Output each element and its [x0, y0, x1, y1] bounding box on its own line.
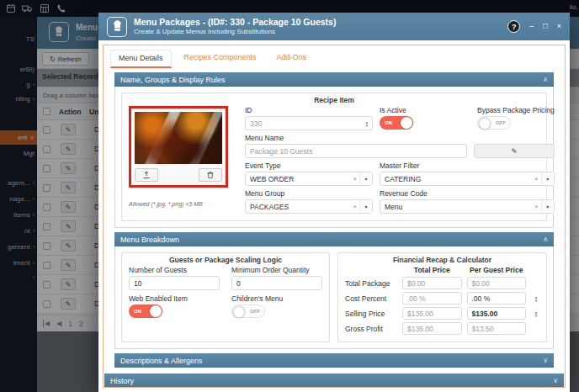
- menu-item-photo: [135, 112, 222, 164]
- spinner-down-icon[interactable]: ▾: [535, 314, 538, 317]
- minimum-order-quantity-label: Minimum Order Quantity: [231, 266, 322, 274]
- number-of-guests-label: Number of Guests: [129, 266, 220, 274]
- clear-icon[interactable]: ×: [532, 175, 541, 183]
- selling-price-total-field[interactable]: $135.00: [402, 307, 462, 320]
- toggle-state-label: ON: [134, 309, 141, 314]
- tab-content: Name, Groups & Display Rules ∧ Recipe It…: [104, 68, 565, 368]
- help-icon[interactable]: ?: [507, 20, 520, 33]
- per-guest-price-column-header: Per Guest Price: [467, 266, 527, 274]
- section-header-history[interactable]: History ∨: [104, 373, 564, 388]
- chevron-down-icon[interactable]: ∨: [543, 357, 548, 364]
- gross-profit-total-field[interactable]: $135.00: [402, 322, 462, 335]
- field-value: .00 %: [407, 294, 457, 303]
- section-title: Name, Groups & Display Rules: [120, 76, 226, 84]
- revenue-code-dropdown[interactable]: Menu × ▾: [380, 199, 555, 214]
- master-filter-dropdown[interactable]: CATERING × ▾: [380, 172, 555, 186]
- tab-recipes-components[interactable]: Recipes Components: [177, 50, 264, 68]
- field-value: $135.00: [407, 325, 457, 333]
- toggle-knob: [479, 118, 491, 130]
- chevron-up-icon[interactable]: ∧: [543, 236, 548, 243]
- dropdown-caret-icon[interactable]: ▾: [359, 200, 372, 213]
- master-filter-value: CATERING: [380, 175, 532, 183]
- childrens-menu-toggle[interactable]: OFF: [231, 305, 265, 318]
- field-value: $135.00: [407, 310, 457, 318]
- spinner-down-icon[interactable]: ▾: [535, 299, 538, 302]
- dropdown-caret-icon[interactable]: ▾: [541, 172, 554, 185]
- section-body-name-groups: Recipe Item: [114, 87, 554, 228]
- maximize-icon[interactable]: □: [543, 23, 547, 30]
- web-enabled-toggle[interactable]: ON: [129, 305, 162, 318]
- clear-icon[interactable]: ×: [350, 203, 359, 210]
- menu-name-field[interactable]: Package 10 Guests: [245, 144, 467, 158]
- minimize-icon[interactable]: –: [529, 23, 534, 30]
- section-title: Descriptions & Allergens: [120, 357, 203, 365]
- menu-group-label: Menu Group: [245, 189, 373, 198]
- modal-title: Menu Packages - (ID#: 330 - Package 10 G…: [134, 17, 336, 28]
- minimum-order-quantity-field[interactable]: 0: [231, 276, 322, 290]
- dropdown-caret-icon[interactable]: ▾: [359, 172, 372, 185]
- spinner-down-icon[interactable]: ▾: [365, 124, 368, 127]
- toggle-knob: [233, 306, 245, 318]
- field-value: $13.50: [472, 325, 522, 333]
- section-title: Menu Breakdown: [120, 236, 179, 244]
- number-of-guests-value: 10: [134, 279, 215, 288]
- recipe-item-panel: Recipe Item: [121, 93, 547, 221]
- scaling-logic-panel: Guests or Package Scaling Logic Number o…: [121, 252, 330, 342]
- total-package-total-field[interactable]: $0.00: [402, 277, 462, 289]
- total-package-per-guest-field[interactable]: $0.00: [467, 277, 527, 289]
- close-icon[interactable]: ×: [557, 23, 561, 30]
- toggle-knob: [401, 117, 412, 129]
- minimum-order-quantity-value: 0: [236, 279, 317, 288]
- bypass-package-pricing-label: Bypass Package Pricing: [477, 106, 555, 114]
- cost-percent-per-guest-field[interactable]: .00 %: [467, 292, 527, 305]
- selling-price-per-guest-field[interactable]: $135.00: [467, 307, 527, 320]
- dropdown-caret-icon[interactable]: ▾: [541, 200, 554, 213]
- is-active-toggle[interactable]: ON: [380, 116, 413, 130]
- chevron-down-icon[interactable]: ∨: [553, 377, 558, 384]
- section-body-menu-breakdown: Guests or Package Scaling Logic Number o…: [114, 246, 554, 349]
- id-value: 330: [250, 119, 364, 128]
- is-active-label: Is Active: [380, 106, 470, 114]
- gross-profit-per-guest-field[interactable]: $13.50: [467, 322, 527, 335]
- bypass-package-pricing-toggle[interactable]: OFF: [477, 116, 511, 130]
- revenue-code-label: Revenue Code: [380, 189, 555, 198]
- cost-percent-label: Cost Percent: [345, 294, 397, 303]
- menu-image-card-highlighted: [129, 106, 228, 188]
- pencil-icon: ✎: [511, 147, 518, 156]
- event-type-dropdown[interactable]: WEB ORDER × ▾: [245, 172, 373, 186]
- menu-group-dropdown[interactable]: PACKAGES × ▾: [245, 199, 373, 214]
- edit-name-button[interactable]: ✎: [474, 144, 554, 158]
- field-value: $135.00: [472, 310, 522, 318]
- id-field[interactable]: 330 ▴▾: [245, 116, 373, 130]
- menu-name-label: Menu Name: [245, 134, 467, 142]
- section-header-descriptions-allergens[interactable]: Descriptions & Allergens ∨: [114, 353, 554, 368]
- event-type-label: Event Type: [245, 162, 373, 170]
- menu-packages-modal: Menu Packages - (ID#: 330 - Package 10 G…: [98, 13, 570, 392]
- clear-icon[interactable]: ×: [532, 203, 541, 210]
- delete-image-button[interactable]: [199, 168, 222, 182]
- gross-profit-label: Gross Profit: [345, 325, 397, 333]
- menu-group-value: PACKAGES: [246, 203, 350, 211]
- field-value: .00 %: [472, 294, 522, 303]
- modal-subtitle: Create & Update Menus Including Substitu…: [134, 28, 336, 36]
- section-header-menu-breakdown[interactable]: Menu Breakdown ∧: [114, 232, 554, 246]
- clear-icon[interactable]: ×: [350, 175, 359, 183]
- panel-title: Financial Recap & Calculator: [338, 256, 546, 264]
- upload-image-button[interactable]: [135, 168, 158, 182]
- id-label: ID: [245, 106, 373, 114]
- section-header-name-groups[interactable]: Name, Groups & Display Rules ∧: [114, 72, 554, 87]
- section-title: History: [110, 377, 134, 385]
- revenue-code-value: Menu: [380, 203, 532, 211]
- tab-add-ons[interactable]: Add-Ons: [269, 50, 315, 68]
- tab-menu-details[interactable]: Menu Details: [110, 50, 172, 68]
- upload-icon: [142, 171, 151, 179]
- cost-percent-total-field[interactable]: .00 %: [402, 292, 462, 305]
- panel-title: Recipe Item: [122, 96, 546, 104]
- event-type-value: WEB ORDER: [246, 175, 350, 183]
- chevron-up-icon[interactable]: ∧: [543, 76, 548, 83]
- tab-strip: Menu Details Recipes Components Add-Ons: [104, 45, 565, 68]
- total-package-label: Total Package: [345, 279, 397, 288]
- chef-hat-icon: [107, 17, 127, 37]
- number-of-guests-field[interactable]: 10: [129, 276, 220, 290]
- master-filter-label: Master Filter: [380, 162, 555, 170]
